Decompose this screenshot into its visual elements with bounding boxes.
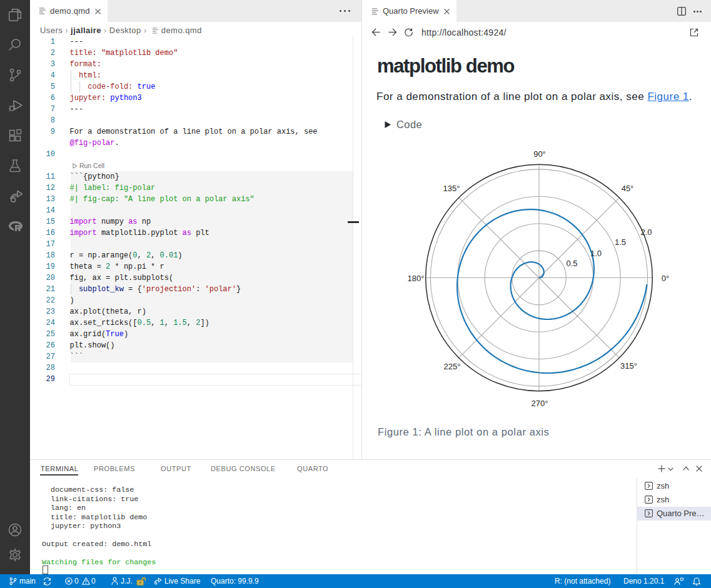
svg-text:90°: 90° bbox=[533, 149, 546, 159]
svg-text:2.0: 2.0 bbox=[640, 227, 652, 237]
svg-text:180°: 180° bbox=[408, 274, 425, 283]
svg-text:0°: 0° bbox=[662, 274, 669, 283]
svg-text:135°: 135° bbox=[443, 184, 460, 193]
svg-text:225°: 225° bbox=[444, 362, 461, 371]
svg-text:270°: 270° bbox=[532, 399, 548, 408]
svg-text:1.5: 1.5 bbox=[615, 237, 626, 247]
svg-text:315°: 315° bbox=[620, 361, 637, 371]
svg-text:0.5: 0.5 bbox=[566, 259, 577, 268]
svg-text:1.0: 1.0 bbox=[590, 249, 602, 258]
svg-text:45°: 45° bbox=[622, 184, 634, 193]
